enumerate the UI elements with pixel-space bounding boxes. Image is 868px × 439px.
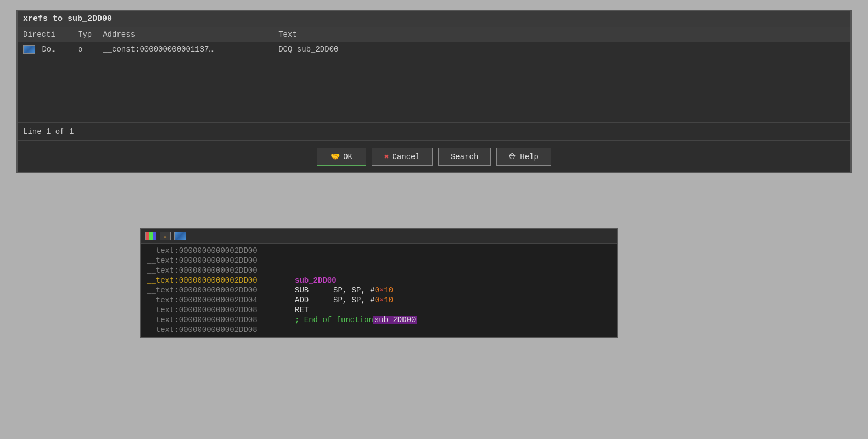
cancel-button[interactable]: ✖ Cancel — [372, 148, 433, 166]
disasm-operands: SP, SP, #0×10 — [333, 286, 393, 295]
disasm-line-add: __text:0000000000002DD04 ADD SP, SP, #0×… — [141, 295, 617, 305]
pencil-icon: ✏ — [160, 232, 171, 240]
disasm-titlebar: ✏ — [141, 229, 617, 244]
xrefs-titlebar: xrefs to sub_2DD00 — [18, 11, 850, 27]
disasm-address: __text:0000000000002DD00 — [147, 276, 295, 285]
xrefs-button-bar: 🤝 OK ✖ Cancel Search ⛑ Help — [18, 140, 850, 172]
search-label: Search — [451, 153, 478, 161]
disasm-line: __text:0000000000002DD00 — [141, 266, 617, 275]
direction-text: Do… — [42, 45, 55, 54]
xrefs-dialog: xrefs to sub_2DD00 Directi Typ Address T… — [16, 10, 852, 173]
disasm-address: __text:0000000000002DD00 — [147, 246, 295, 255]
direction-icon — [23, 45, 35, 54]
disasm-mnemonic: ADD — [295, 296, 333, 305]
disasm-line-label: __text:0000000000002DD00 sub_2DD00 — [141, 275, 617, 285]
colors-icon — [145, 232, 156, 240]
disasm-label: sub_2DD00 — [295, 276, 337, 285]
cell-direction: Do… — [18, 42, 72, 57]
disasm-line: __text:0000000000002DD00 — [141, 246, 617, 256]
disasm-address: __text:0000000000002DD00 — [147, 256, 295, 265]
table-row[interactable]: Do… o __const:000000000001137… DCQ sub_2… — [18, 42, 850, 57]
help-button[interactable]: ⛑ Help — [496, 148, 551, 166]
disasm-mnemonic: RET — [295, 306, 333, 314]
xrefs-title: xrefs to sub_2DD00 — [23, 14, 112, 24]
col-header-type: Typ — [72, 27, 97, 42]
disasm-address: __text:0000000000002DD00 — [147, 286, 295, 295]
disasm-address: __text:0000000000002DD08 — [147, 316, 295, 324]
help-label: Help — [520, 153, 539, 161]
disasm-line-ret: __text:0000000000002DD08 RET — [141, 305, 617, 315]
disasm-address: __text:0000000000002DD08 — [147, 306, 295, 314]
cell-text: DCQ sub_2DD00 — [273, 42, 850, 57]
ok-label: OK — [343, 153, 352, 161]
disasm-address: __text:0000000000002DD08 — [147, 325, 295, 334]
help-icon: ⛑ — [509, 153, 517, 161]
disasm-panel: ✏ __text:0000000000002DD00 __text:000000… — [140, 228, 618, 338]
disasm-mnemonic: SUB — [295, 286, 333, 295]
disasm-line: __text:0000000000002DD08 — [141, 325, 617, 335]
disasm-line-comment: __text:0000000000002DD08 ; End of functi… — [141, 315, 617, 325]
disasm-comment: ; End of function — [295, 316, 373, 324]
cell-type: o — [72, 42, 97, 57]
disasm-address: __text:0000000000002DD04 — [147, 296, 295, 305]
xrefs-table: Directi Typ Address Text Do… o __const:0… — [18, 27, 850, 57]
col-header-direction: Directi — [18, 27, 72, 42]
xref-icon — [174, 232, 186, 240]
xrefs-status: Line 1 of 1 — [18, 122, 850, 140]
cancel-label: Cancel — [392, 153, 419, 161]
col-header-text: Text — [273, 27, 850, 42]
disasm-comment-label: sub_2DD00 — [373, 316, 417, 324]
disasm-content: __text:0000000000002DD00 __text:00000000… — [141, 244, 617, 337]
search-button[interactable]: Search — [438, 148, 491, 166]
col-header-address: Address — [97, 27, 273, 42]
disasm-line: __text:0000000000002DD00 — [141, 256, 617, 266]
disasm-operands: SP, SP, #0×10 — [333, 296, 393, 305]
xrefs-empty-area — [18, 57, 850, 122]
ok-icon: 🤝 — [331, 152, 340, 161]
cell-address: __const:000000000001137… — [97, 42, 273, 57]
disasm-line-sub: __text:0000000000002DD00 SUB SP, SP, #0×… — [141, 285, 617, 295]
disasm-address: __text:0000000000002DD00 — [147, 266, 295, 275]
ok-button[interactable]: 🤝 OK — [317, 148, 366, 166]
cancel-icon: ✖ — [384, 152, 389, 161]
